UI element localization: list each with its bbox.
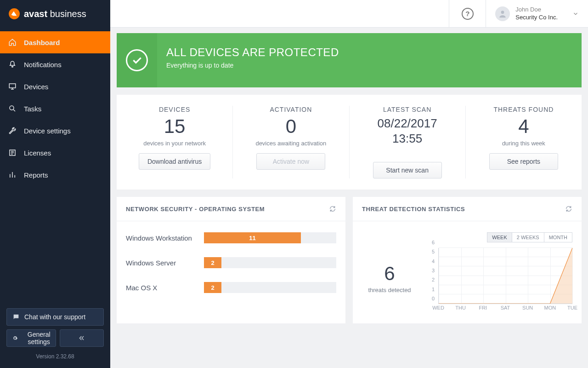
sidebar-item-label: Devices (24, 83, 48, 91)
check-circle-icon (126, 49, 148, 71)
x-tick: THU (455, 305, 466, 310)
stat-button[interactable]: Start new scan (373, 162, 442, 178)
y-tick: 4 (432, 259, 435, 264)
user-icon (498, 9, 507, 18)
x-tick: WED (432, 305, 444, 310)
chat-support-button[interactable]: Chat with our support (6, 308, 104, 326)
help-icon: ? (462, 8, 474, 20)
stat-card: THREATS FOUND4during this weekSee report… (466, 106, 582, 178)
os-label: Mac OS X (126, 284, 204, 292)
stat-button[interactable]: See reports (489, 153, 558, 170)
avatar (495, 6, 510, 21)
stat-value: 4 (471, 116, 576, 137)
stat-button: Activate now (256, 153, 325, 170)
os-row: Windows Server2 (126, 257, 336, 268)
sidebar-item-dashboard[interactable]: Dashboard (0, 31, 110, 53)
os-label: Windows Workstation (126, 234, 204, 242)
x-tick: FRI (479, 305, 487, 310)
sidebar-item-label: Tasks (24, 105, 41, 113)
stat-sub: during this week (471, 140, 576, 147)
x-tick: SUN (522, 305, 533, 310)
stat-sub: devices in your network (122, 140, 227, 147)
y-tick: 1 (432, 287, 435, 292)
chevron-double-left-icon (78, 334, 85, 342)
license-icon (8, 149, 17, 157)
sidebar-item-label: Dashboard (24, 39, 60, 46)
stat-value: 15 (122, 116, 227, 137)
banner-subtitle: Everything is up to date (166, 62, 339, 69)
sidebar-item-label: Device settings (24, 127, 71, 135)
refresh-icon[interactable] (329, 205, 336, 213)
chat-icon (12, 313, 20, 321)
sidebar-item-reports[interactable]: Reports (0, 164, 110, 186)
home-icon (8, 38, 17, 46)
user-name: John Doe (515, 6, 558, 13)
sidebar-nav: DashboardNotificationsDevicesTasksDevice… (0, 28, 110, 303)
os-row: Mac OS X2 (126, 282, 336, 293)
range-option[interactable]: WEEK (487, 232, 512, 242)
user-company: Security Co Inc. (515, 14, 558, 21)
wrench-icon (8, 126, 17, 135)
brand-name: avast business (24, 9, 86, 19)
os-bar: 2 (204, 282, 336, 293)
help-button[interactable]: ? (449, 0, 486, 27)
stats-row: DEVICES15devices in your networkDownload… (117, 95, 582, 190)
y-tick: 3 (432, 268, 435, 273)
threat-chart: 0123456 WEDTHUFRISATSUNMONTUE (428, 248, 572, 312)
stat-sub: devices awaiting activation (238, 140, 343, 147)
x-tick: TUE (567, 305, 577, 310)
svg-point-2 (501, 11, 504, 14)
stat-value: 0 (238, 116, 343, 137)
sidebar-item-notifications[interactable]: Notifications (0, 53, 110, 75)
threat-count: 6 (362, 263, 417, 285)
os-bar-fill: 2 (204, 282, 221, 293)
sidebar-item-tasks[interactable]: Tasks (0, 98, 110, 120)
stat-button[interactable]: Download antivirus (139, 153, 210, 170)
version-label: Version 2.32.68 (6, 353, 104, 360)
os-bar: 2 (204, 257, 336, 268)
monitor-icon (8, 82, 17, 91)
user-menu[interactable]: John Doe Security Co Inc. (486, 0, 588, 27)
os-bar-fill: 11 (204, 232, 301, 243)
search-icon (8, 104, 17, 113)
collapse-sidebar-button[interactable] (60, 329, 104, 347)
stat-card: DEVICES15devices in your networkDownload… (117, 106, 233, 178)
banner-title: ALL DEVICES ARE PROTECTED (166, 46, 339, 59)
bell-icon (8, 60, 17, 69)
sidebar-item-devices[interactable]: Devices (0, 75, 110, 98)
y-tick: 5 (432, 249, 435, 254)
os-bar-fill: 2 (204, 257, 221, 268)
stat-card: ACTIVATION0devices awaiting activationAc… (233, 106, 349, 178)
os-label: Windows Server (126, 259, 204, 267)
status-banner: ALL DEVICES ARE PROTECTED Everything is … (117, 33, 582, 87)
network-security-panel: NETWORK SECURITY - OPERATING SYSTEM Wind… (117, 197, 345, 323)
threat-count-label: threats detected (362, 287, 417, 293)
stat-title: LATEST SCAN (355, 106, 460, 113)
panel-title: NETWORK SECURITY - OPERATING SYSTEM (126, 206, 265, 213)
stat-sub (355, 149, 460, 155)
range-option[interactable]: MONTH (544, 232, 572, 242)
os-bar: 11 (204, 232, 336, 243)
sidebar-item-device-settings[interactable]: Device settings (0, 120, 110, 142)
y-tick: 2 (432, 277, 435, 282)
stat-title: ACTIVATION (238, 106, 343, 113)
stat-card: LATEST SCAN08/22/201713:55 Start new sca… (350, 106, 466, 178)
y-tick: 6 (432, 240, 435, 245)
refresh-icon[interactable] (565, 205, 572, 213)
general-settings-button[interactable]: General settings (6, 329, 56, 347)
chevron-down-icon (572, 11, 579, 17)
x-tick: SAT (501, 305, 510, 310)
avast-logo-icon (8, 8, 20, 20)
range-option[interactable]: 2 WEEKS (512, 232, 544, 242)
gear-icon (12, 334, 17, 342)
brand-logo: avast business (0, 0, 110, 28)
threat-statistics-panel: THREAT DETECTION STATISTICS WEEK2 WEEKSM… (353, 197, 582, 323)
topbar: ? John Doe Security Co Inc. (110, 0, 588, 28)
panel-title: THREAT DETECTION STATISTICS (362, 206, 465, 213)
range-toggle: WEEK2 WEEKSMONTH (362, 232, 572, 242)
sidebar-item-licenses[interactable]: Licenses (0, 142, 110, 164)
sidebar-item-label: Notifications (24, 61, 62, 69)
sidebar-item-label: Licenses (24, 149, 51, 157)
stat-title: THREATS FOUND (471, 106, 576, 113)
svg-point-1 (10, 106, 14, 110)
